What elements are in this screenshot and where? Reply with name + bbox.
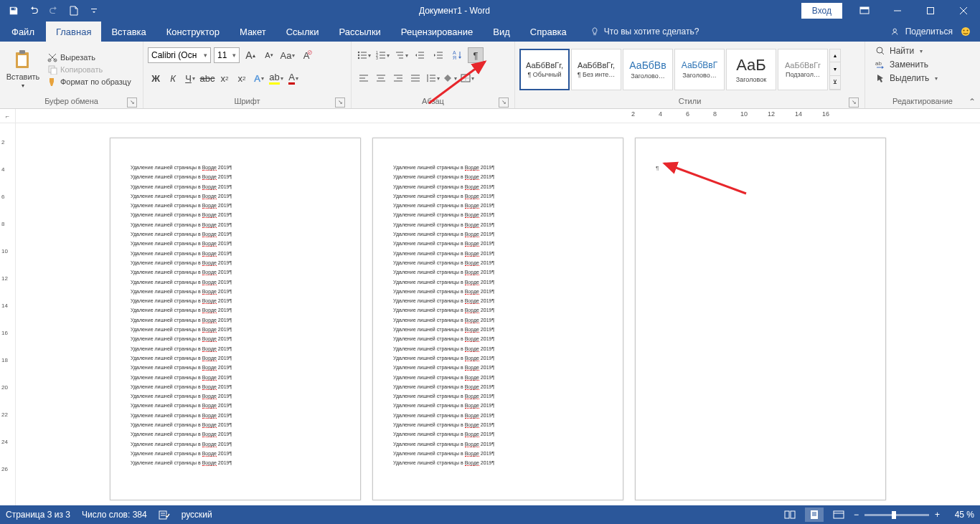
status-page[interactable]: Страница 3 из 3	[6, 510, 70, 520]
styles-dialog-launcher[interactable]: ↘	[849, 97, 859, 108]
styles-gallery[interactable]: АаБбВвГг,¶ ОбычныйАаБбВвГг,¶ Без инте…Аа…	[519, 49, 841, 90]
tab-insert[interactable]: Вставка	[101, 22, 156, 42]
ruler-tick: 10	[1, 248, 8, 254]
tab-design[interactable]: Конструктор	[156, 22, 230, 42]
font-name-combo[interactable]: Calibri (Осн▾	[148, 47, 211, 63]
zoom-slider[interactable]	[864, 514, 929, 516]
redo-button[interactable]	[44, 1, 63, 20]
minimize-button[interactable]	[881, 0, 914, 22]
sign-in-button[interactable]: Вход	[801, 3, 842, 19]
horizontal-ruler[interactable]: 246810121416	[16, 109, 980, 123]
select-button[interactable]: Выделить▾	[872, 72, 941, 85]
shading-button[interactable]	[442, 70, 458, 86]
zoom-slider-thumb[interactable]	[892, 511, 896, 519]
change-case-button[interactable]: Aa	[280, 47, 296, 63]
maximize-button[interactable]	[914, 0, 947, 22]
tab-layout[interactable]: Макет	[230, 22, 276, 42]
svg-rect-1	[860, 7, 869, 9]
smiley-icon[interactable]	[960, 26, 971, 37]
tab-view[interactable]: Вид	[483, 22, 520, 42]
borders-button[interactable]	[459, 70, 475, 86]
paragraph-dialog-launcher[interactable]: ↘	[499, 97, 509, 108]
page-1[interactable]: Удаление лишней страницы в Ворде 2019¶Уд…	[110, 138, 361, 500]
superscript-button[interactable]: x2	[234, 70, 250, 86]
share-button[interactable]: Поделиться	[891, 27, 953, 37]
tab-file[interactable]: Файл	[0, 22, 46, 42]
document-line: Удаление лишней страницы в Ворде 2019¶	[131, 382, 340, 391]
page-2[interactable]: Удаление лишней страницы в Ворде 2019¶Уд…	[372, 138, 623, 500]
format-painter-button[interactable]: Формат по образцу	[44, 76, 134, 87]
cut-button[interactable]: Вырезать	[44, 52, 134, 63]
document-line: Удаление лишней страницы в Ворде 2019¶	[131, 239, 340, 248]
vertical-ruler[interactable]: 2468101214161820222426	[0, 123, 16, 505]
tab-home[interactable]: Главная	[46, 22, 101, 42]
find-button[interactable]: Найти▾	[872, 44, 941, 57]
replace-button[interactable]: abЗаменить	[872, 58, 941, 71]
style-item[interactable]: АаБбВвЗаголово…	[623, 49, 673, 90]
grow-font-button[interactable]: A▴	[242, 47, 258, 63]
shrink-font-button[interactable]: A▾	[261, 47, 277, 63]
align-right-button[interactable]	[390, 70, 406, 86]
bold-button[interactable]: Ж	[148, 70, 164, 86]
line-spacing-button[interactable]	[425, 70, 440, 86]
font-color-button[interactable]: A	[286, 70, 301, 86]
collapse-ribbon-button[interactable]: ⌃	[969, 97, 976, 107]
view-web-layout-button[interactable]	[829, 508, 848, 522]
new-doc-button[interactable]	[65, 1, 83, 20]
tab-review[interactable]: Рецензирование	[391, 22, 483, 42]
tell-me-search[interactable]: Что вы хотите сделать?	[577, 22, 699, 42]
style-item[interactable]: АаБбВвГЗаголово…	[674, 49, 725, 90]
tab-references[interactable]: Ссылки	[276, 22, 329, 42]
copy-button[interactable]: Копировать	[44, 64, 134, 75]
subscript-button[interactable]: x2	[217, 70, 232, 86]
zoom-in-button[interactable]: +	[935, 510, 940, 520]
justify-button[interactable]	[407, 70, 423, 86]
align-center-button[interactable]	[373, 70, 389, 86]
ribbon-display-options-button[interactable]	[848, 0, 881, 22]
status-words[interactable]: Число слов: 384	[82, 510, 147, 520]
numbering-button[interactable]: 123	[374, 47, 390, 63]
clear-formatting-button[interactable]: A⊘	[298, 47, 314, 63]
close-button[interactable]	[947, 0, 980, 22]
paste-button[interactable]: Вставить ▾	[4, 43, 42, 95]
save-button[interactable]	[4, 1, 23, 20]
italic-button[interactable]: К	[165, 70, 181, 86]
decrease-indent-button[interactable]	[412, 47, 428, 63]
increase-indent-button[interactable]	[430, 47, 446, 63]
view-print-layout-button[interactable]	[805, 508, 824, 522]
clipboard-dialog-launcher[interactable]: ↘	[127, 97, 137, 108]
style-item[interactable]: АаБбВвГг,¶ Без инте…	[571, 49, 621, 90]
underline-button[interactable]: Ч	[182, 70, 198, 86]
view-read-mode-button[interactable]	[781, 508, 799, 522]
multilevel-list-button[interactable]	[393, 47, 409, 63]
sort-button[interactable]: АЯ	[449, 47, 465, 63]
strikethrough-button[interactable]: abc	[199, 70, 215, 86]
paragraph-mark: ¶	[656, 165, 659, 171]
bullets-button[interactable]	[356, 47, 372, 63]
show-pilcrow-button[interactable]: ¶	[468, 47, 484, 63]
svg-point-3	[893, 29, 896, 32]
page-3[interactable]: ¶	[635, 138, 886, 500]
style-item[interactable]: АаБбВвГгПодзагол…	[778, 49, 828, 90]
styles-more-button[interactable]: ▴▾⊻	[829, 49, 841, 90]
status-proofing-icon[interactable]	[159, 510, 170, 520]
status-language[interactable]: русский	[182, 510, 212, 520]
tab-help[interactable]: Справка	[520, 22, 577, 42]
style-item[interactable]: АаБбВвГг,¶ Обычный	[519, 49, 570, 90]
select-icon	[875, 73, 885, 83]
style-item[interactable]: АаБЗаголовок	[726, 49, 776, 90]
highlight-button[interactable]: ab	[268, 70, 284, 86]
group-editing: Найти▾ abЗаменить Выделить▾ Редактирован…	[865, 42, 980, 108]
text-effects-button[interactable]: A	[251, 70, 267, 86]
document-line: Удаление лишней страницы в Ворде 2019¶	[393, 287, 603, 296]
qat-customize-button[interactable]	[85, 1, 103, 20]
align-left-button[interactable]	[356, 70, 372, 86]
zoom-level[interactable]: 45 %	[946, 510, 974, 520]
font-size-combo[interactable]: 11▾	[214, 47, 240, 63]
tab-mailings[interactable]: Рассылки	[329, 22, 390, 42]
font-dialog-launcher[interactable]: ↘	[335, 97, 345, 108]
ruler-corner[interactable]: ⌐	[0, 109, 16, 123]
ruler-tick: 2	[1, 139, 4, 146]
undo-button[interactable]	[24, 1, 43, 20]
zoom-out-button[interactable]: −	[854, 510, 859, 520]
